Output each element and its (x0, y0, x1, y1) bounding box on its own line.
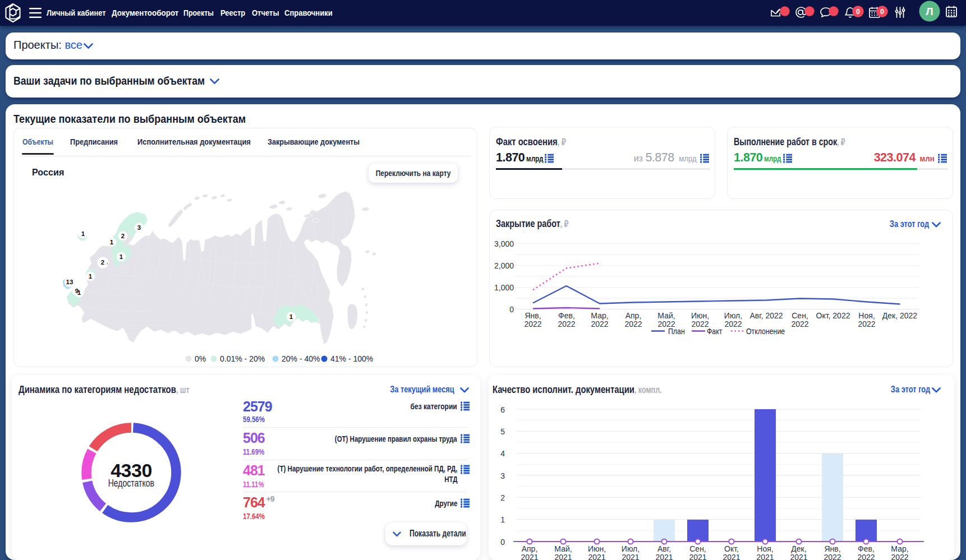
svg-text:0%: 0% (195, 354, 206, 363)
svg-text:13: 13 (66, 279, 73, 285)
svg-text:41% - 100%: 41% - 100% (330, 354, 373, 363)
svg-text:Л: Л (926, 6, 933, 17)
svg-text:1: 1 (119, 253, 123, 260)
svg-text:1: 1 (89, 273, 93, 280)
svg-text:3: 3 (137, 224, 141, 231)
svg-text:1: 1 (110, 239, 114, 246)
svg-text:2: 2 (101, 259, 104, 266)
svg-text:0: 0 (856, 8, 860, 16)
svg-text:0.01% - 20%: 0.01% - 20% (220, 354, 265, 363)
svg-text:0: 0 (880, 8, 884, 16)
svg-text:1: 1 (289, 313, 293, 320)
svg-text:20% - 40%: 20% - 40% (282, 354, 320, 363)
svg-text:1: 1 (81, 230, 85, 237)
svg-text:2: 2 (121, 233, 125, 239)
svg-text:1: 1 (77, 289, 81, 296)
